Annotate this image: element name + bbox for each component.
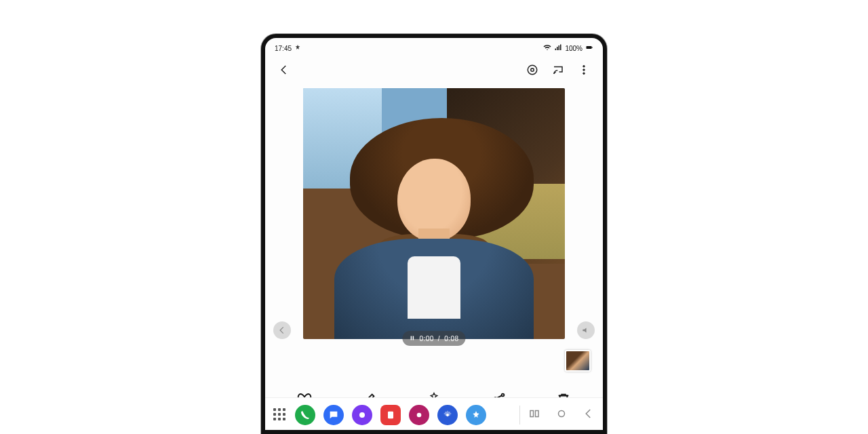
dock-app-gallery[interactable] — [466, 405, 486, 425]
taskbar-dock — [265, 397, 603, 430]
media-canvas: 0:00 / 0:08 — [265, 84, 603, 369]
signal-icon — [554, 43, 562, 53]
cast-icon[interactable] — [551, 63, 565, 77]
svg-point-21 — [559, 410, 565, 416]
svg-point-4 — [583, 65, 585, 67]
back-button[interactable] — [277, 63, 291, 77]
home-nav-button[interactable] — [555, 408, 568, 422]
volume-button[interactable] — [577, 321, 595, 339]
playback-total: 0:08 — [444, 335, 458, 342]
svg-rect-8 — [413, 336, 414, 340]
svg-rect-1 — [592, 47, 593, 48]
filmstrip-thumbnail[interactable] — [565, 350, 591, 372]
svg-rect-16 — [388, 411, 393, 418]
svg-rect-7 — [411, 336, 412, 340]
dock-app-browser[interactable] — [352, 405, 372, 425]
more-icon[interactable] — [577, 63, 591, 77]
motion-photo[interactable] — [303, 88, 565, 339]
playback-current: 0:00 — [419, 335, 433, 342]
svg-point-17 — [417, 412, 422, 417]
dock-app-phone[interactable] — [295, 405, 315, 425]
pause-icon — [409, 335, 415, 342]
dock-app-notes[interactable] — [380, 405, 401, 425]
svg-point-6 — [583, 73, 585, 75]
recents-nav-button[interactable] — [528, 408, 540, 422]
viewer-top-bar — [265, 56, 603, 84]
svg-rect-0 — [587, 46, 592, 49]
motion-photo-play-pill[interactable]: 0:00 / 0:08 — [402, 331, 465, 346]
prev-photo-button[interactable] — [273, 321, 291, 339]
notification-icon — [294, 44, 301, 52]
dock-app-settings[interactable] — [437, 405, 458, 425]
battery-text: 100% — [565, 45, 583, 52]
wifi-icon — [543, 43, 551, 53]
dock-divider — [519, 406, 520, 425]
svg-point-5 — [583, 69, 585, 71]
svg-rect-19 — [530, 410, 534, 416]
svg-point-12 — [501, 394, 504, 397]
back-nav-button[interactable] — [583, 408, 595, 422]
status-time: 17:45 — [275, 45, 292, 52]
status-bar: 17:45 100% — [265, 38, 603, 56]
battery-icon — [585, 43, 593, 53]
apps-drawer-button[interactable] — [273, 408, 287, 422]
svg-point-3 — [528, 65, 537, 75]
svg-point-2 — [531, 68, 534, 72]
tablet-device: 17:45 100% — [261, 34, 607, 434]
dock-app-messages[interactable] — [323, 405, 344, 425]
bixby-vision-icon[interactable] — [526, 63, 539, 77]
dock-app-camera[interactable] — [409, 405, 429, 425]
svg-rect-20 — [536, 410, 539, 416]
